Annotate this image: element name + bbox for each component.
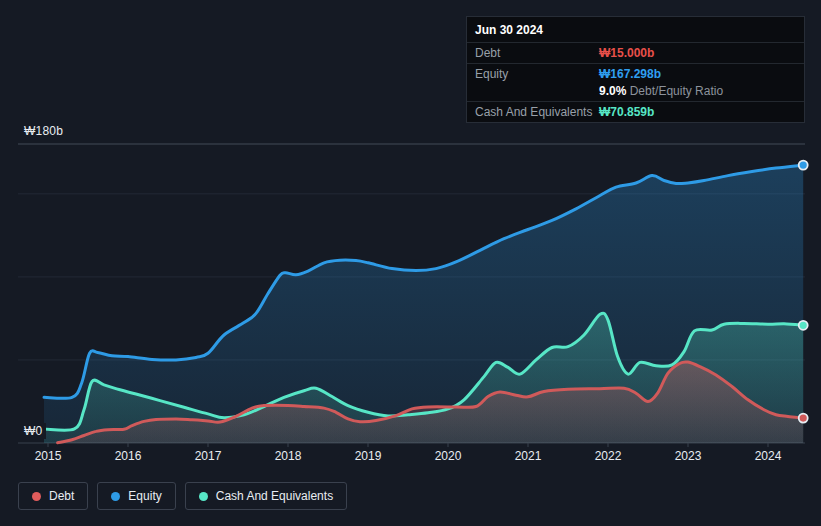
legend-dot (199, 492, 208, 501)
x-tick-label-2019: 2019 (355, 449, 382, 463)
legend-label: Debt (49, 489, 74, 503)
x-axis: 2015201620172018201920202021202220232024 (0, 449, 821, 465)
legend-item-equity[interactable]: Equity (97, 482, 175, 510)
tooltip-debt-label: Debt (475, 46, 599, 60)
tooltip-equity-value: ₩167.298b (599, 67, 796, 81)
tooltip-row-cash: Cash And Equivalents ₩70.859b (467, 101, 804, 122)
tooltip-cash-label: Cash And Equivalents (475, 105, 599, 119)
tooltip-date: Jun 30 2024 (467, 17, 804, 42)
chart-tooltip: Jun 30 2024 Debt ₩15.000b Equity ₩167.29… (466, 16, 805, 123)
chart-legend: DebtEquityCash And Equivalents (18, 482, 347, 510)
x-tick-label-2020: 2020 (435, 449, 462, 463)
legend-item-debt[interactable]: Debt (18, 482, 88, 510)
equity-end-dot[interactable] (799, 161, 808, 170)
x-tick-label-2015: 2015 (35, 449, 62, 463)
tooltip-row-debt: Debt ₩15.000b (467, 42, 804, 63)
debt-end-dot[interactable] (799, 414, 808, 423)
x-tick-marks (48, 443, 768, 447)
tooltip-row-ratio: 9.0% Debt/Equity Ratio (467, 84, 804, 101)
cash-end-dot[interactable] (799, 321, 808, 330)
legend-dot (32, 492, 41, 501)
y-axis-max-label: ₩180b (24, 123, 67, 139)
tooltip-cash-value: ₩70.859b (599, 105, 796, 119)
legend-dot (111, 492, 120, 501)
x-tick-label-2021: 2021 (515, 449, 542, 463)
debt-equity-ratio-label: Debt/Equity Ratio (630, 84, 723, 98)
x-tick-label-2016: 2016 (115, 449, 142, 463)
tooltip-debt-value: ₩15.000b (599, 46, 796, 60)
debt-equity-ratio-value: 9.0% (599, 84, 626, 98)
tooltip-row-equity: Equity ₩167.298b (467, 63, 804, 84)
tooltip-equity-label: Equity (475, 67, 599, 81)
legend-label: Cash And Equivalents (216, 489, 333, 503)
x-tick-label-2022: 2022 (595, 449, 622, 463)
y-axis-zero-label: ₩0 (24, 423, 46, 439)
chart-page: ₩180b ₩0 2015201620172018201920202021202… (0, 0, 821, 526)
x-tick-label-2023: 2023 (675, 449, 702, 463)
legend-item-cash-and-equivalents[interactable]: Cash And Equivalents (185, 482, 347, 510)
legend-label: Equity (128, 489, 161, 503)
x-tick-label-2018: 2018 (275, 449, 302, 463)
x-tick-label-2017: 2017 (195, 449, 222, 463)
x-tick-label-2024: 2024 (755, 449, 782, 463)
